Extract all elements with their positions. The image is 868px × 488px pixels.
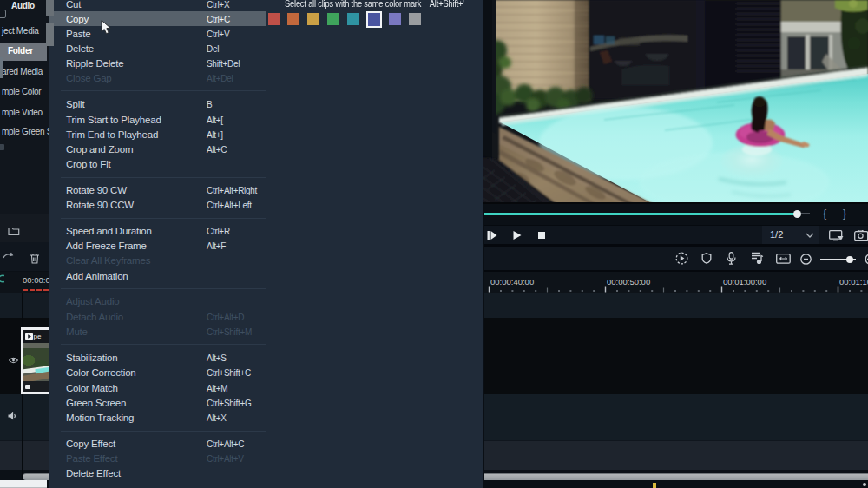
svg-text:00:01:10: 00:01:10 [839, 277, 868, 287]
svg-text:00:00:50:00: 00:00:50:00 [607, 277, 650, 287]
svg-text:00:01:00:00: 00:01:00:00 [723, 277, 766, 287]
svg-text:00:00:40:00: 00:00:40:00 [490, 277, 534, 287]
